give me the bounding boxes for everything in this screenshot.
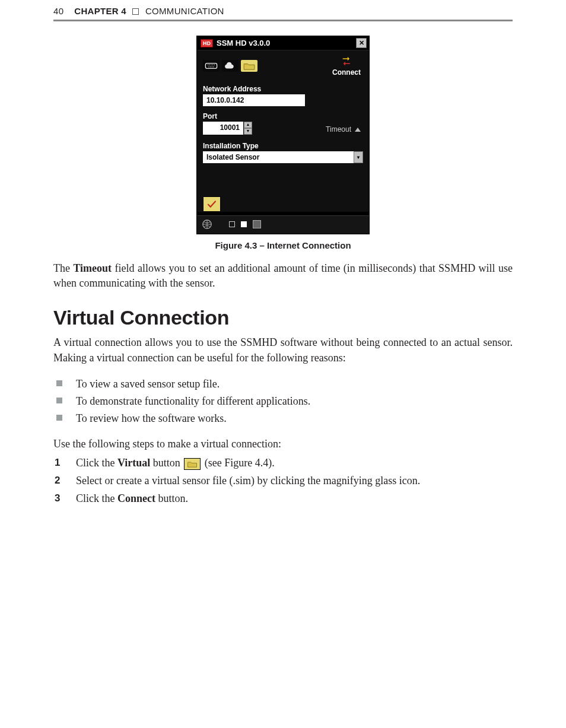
steps-list: Click the Virtual button (see Figure 4.4… <box>53 455 513 507</box>
list-item: To view a saved sensor setup file. <box>53 376 513 392</box>
port-input[interactable]: 10001 <box>203 122 243 135</box>
spinner-down-icon[interactable]: ▼ <box>244 128 252 135</box>
svg-point-8 <box>212 66 212 67</box>
globe-icon <box>202 219 212 230</box>
hd-badge-icon: HD <box>201 39 213 47</box>
installation-type-value: Isolated Sensor <box>203 151 354 163</box>
chapter-title: COMMUNICATION <box>145 6 224 16</box>
connect-button[interactable]: Connect <box>332 56 361 77</box>
text-fragment: (see Figure 4.4). <box>202 457 274 469</box>
status-indicator-2-icon <box>241 221 247 227</box>
installation-type-label: Installation Type <box>203 142 363 150</box>
apply-button[interactable] <box>203 196 221 212</box>
chapter-line: CHAPTER 4 COMMUNICATION <box>74 6 224 16</box>
list-item: Select or create a virtual sensor file (… <box>53 473 513 489</box>
dialog-titlebar: HD SSM HD v3.0.0 ✕ <box>197 36 369 50</box>
installation-type-select[interactable]: Isolated Sensor ▼ <box>203 151 363 163</box>
svg-point-4 <box>212 65 213 65</box>
svg-point-5 <box>214 65 215 65</box>
folder-icon <box>187 460 198 468</box>
status-indicator-3-icon <box>253 220 261 228</box>
timeout-term: Timeout <box>73 262 112 274</box>
connection-mode-toolbar <box>203 60 257 72</box>
port-spinner[interactable]: ▲ ▼ <box>244 122 252 135</box>
text-fragment: Click the <box>76 457 117 469</box>
text-fragment: button. <box>155 492 188 504</box>
section-heading-virtual-connection: Virtual Connection <box>53 306 513 329</box>
folder-icon <box>243 61 256 71</box>
timeout-toggle[interactable]: Timeout <box>326 125 361 133</box>
timeout-label: Timeout <box>326 125 351 133</box>
text-fragment: The <box>53 262 73 274</box>
list-item: Click the Connect button. <box>53 491 513 507</box>
figure-caption: Figure 4.3 – Internet Connection <box>215 240 351 250</box>
network-address-label: Network Address <box>203 85 363 93</box>
virtual-mode-button[interactable] <box>241 60 257 72</box>
cloud-icon <box>224 61 237 71</box>
reasons-list: To view a saved sensor setup file. To de… <box>53 376 513 426</box>
svg-point-6 <box>208 66 209 67</box>
text-fragment: Click the <box>76 492 117 504</box>
virtual-term: Virtual <box>117 457 150 469</box>
running-header: 40 CHAPTER 4 COMMUNICATION <box>53 6 513 20</box>
internet-mode-button[interactable] <box>222 60 239 72</box>
chapter-separator-icon <box>132 8 139 15</box>
svg-point-1 <box>208 65 208 65</box>
serial-mode-button[interactable] <box>203 60 220 72</box>
chapter-label: CHAPTER 4 <box>74 6 126 16</box>
svg-point-3 <box>211 65 211 65</box>
header-rule <box>53 20 513 21</box>
dialog-statusbar <box>197 215 369 234</box>
figure-4-3: HD SSM HD v3.0.0 ✕ <box>53 36 513 250</box>
list-item: To review how the software works. <box>53 411 513 426</box>
close-button[interactable]: ✕ <box>356 38 367 48</box>
paragraph-steps-intro: Use the following steps to make a virtua… <box>53 437 513 452</box>
port-label: Port <box>203 112 252 120</box>
list-item: To demonstrate functionality for differe… <box>53 393 513 409</box>
virtual-button-inline-icon <box>184 458 201 470</box>
paragraph-timeout: The Timeout field allows you to set an a… <box>53 261 513 291</box>
network-address-input[interactable]: 10.10.0.142 <box>203 94 305 106</box>
spinner-up-icon[interactable]: ▲ <box>244 122 252 128</box>
status-indicator-1-icon <box>229 221 235 227</box>
check-icon <box>206 199 217 209</box>
triangle-up-icon <box>355 128 361 132</box>
svg-rect-0 <box>205 63 217 69</box>
text-fragment: field allows you to set an additional am… <box>53 262 513 289</box>
page-number: 40 <box>53 6 63 16</box>
dropdown-arrow-icon[interactable]: ▼ <box>354 151 363 163</box>
connect-arrows-icon <box>340 56 353 67</box>
paragraph-vc-intro: A virtual connection allows you to use t… <box>53 335 513 365</box>
connect-label: Connect <box>332 68 361 77</box>
connect-term: Connect <box>117 492 155 504</box>
ssm-dialog: HD SSM HD v3.0.0 ✕ <box>196 36 370 234</box>
svg-point-9 <box>213 66 214 67</box>
svg-point-7 <box>210 66 211 67</box>
list-item: Click the Virtual button (see Figure 4.4… <box>53 455 513 472</box>
serial-icon <box>205 62 218 70</box>
text-fragment: button <box>150 457 183 469</box>
svg-point-2 <box>209 65 210 65</box>
dialog-title: SSM HD v3.0.0 <box>217 39 270 47</box>
